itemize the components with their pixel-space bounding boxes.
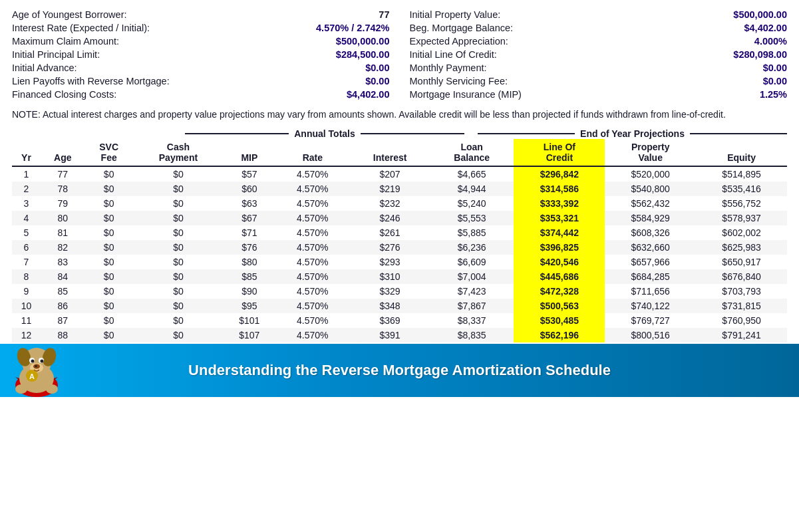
table-cell-7-7: $7,004 (430, 269, 514, 284)
table-cell-7-6: $310 (350, 269, 430, 284)
table-cell-11-2: $0 (85, 328, 133, 342)
info-row-left-3: Initial Principal Limit:$284,500.00 (12, 48, 390, 61)
table-cell-11-7: $8,835 (430, 328, 514, 342)
info-col-left: Age of Youngest Borrower:77Interest Rate… (12, 8, 390, 101)
table-cell-1-1: 78 (41, 182, 85, 196)
info-label: Lien Payoffs with Reverse Mortgage: (12, 76, 170, 86)
table-cell-8-4: $90 (224, 284, 275, 299)
info-row-left-1: Interest Rate (Expected / Initial):4.570… (12, 21, 390, 35)
table-cell-6-10: $650,917 (696, 255, 787, 269)
table-cell-11-4: $107 (224, 328, 275, 342)
col-header-7: LoanBalance (430, 139, 514, 166)
info-label: Expected Appreciation: (410, 36, 508, 47)
table-cell-7-4: $85 (224, 269, 275, 284)
table-cell-7-5: 4.570% (275, 269, 350, 284)
table-cell-1-7: $4,944 (430, 182, 514, 196)
svg-point-9 (41, 360, 44, 363)
col-header-4: MIP (224, 139, 275, 166)
table-cell-10-5: 4.570% (275, 313, 350, 328)
table-cell-7-9: $684,285 (605, 269, 696, 284)
table-cell-6-7: $6,609 (430, 255, 514, 269)
info-label: Initial Principal Limit: (12, 49, 100, 60)
table-cell-1-10: $535,416 (696, 182, 787, 196)
table-cell-0-6: $207 (350, 166, 430, 182)
svg-point-12 (35, 365, 37, 367)
info-row-right-3: Initial Line Of Credit:$280,098.00 (410, 48, 788, 61)
table-row: 278$0$0$604.570%$219$4,944$314,586$540,8… (12, 182, 787, 196)
table-cell-10-1: 87 (41, 313, 85, 328)
table-cell-6-6: $293 (350, 255, 430, 269)
table-cell-5-9: $632,660 (605, 240, 696, 255)
footer-text: Understanding the Reverse Mortgage Amort… (188, 362, 611, 379)
table-row: 1288$0$0$1074.570%$391$8,835$562,196$800… (12, 328, 787, 342)
info-row-right-1: Beg. Mortgage Balance:$4,402.00 (410, 21, 788, 35)
table-cell-5-1: 82 (41, 240, 85, 255)
info-value: $4,402.00 (347, 89, 390, 100)
table-cell-3-0: 4 (12, 211, 41, 225)
table-cell-3-4: $67 (224, 211, 275, 225)
table-cell-3-2: $0 (85, 211, 133, 225)
info-label: Initial Advance: (12, 63, 77, 73)
table-cell-1-0: 2 (12, 182, 41, 196)
table-row: 177$0$0$574.570%$207$4,665$296,842$520,0… (12, 166, 787, 182)
table-cell-4-6: $261 (350, 225, 430, 240)
table-cell-0-3: $0 (133, 166, 224, 182)
info-label: Monthly Servicing Fee: (410, 76, 508, 86)
table-cell-5-4: $76 (224, 240, 275, 255)
table-cell-6-8: $420,546 (514, 255, 605, 269)
col-header-6: Interest (350, 139, 430, 166)
table-cell-9-2: $0 (85, 299, 133, 313)
table-cell-6-5: 4.570% (275, 255, 350, 269)
table-cell-3-1: 80 (41, 211, 85, 225)
info-col-right: Initial Property Value:$500,000.00Beg. M… (410, 8, 788, 101)
table-cell-8-9: $711,656 (605, 284, 696, 299)
col-header-10: Equity (696, 139, 787, 166)
table-cell-10-6: $369 (350, 313, 430, 328)
col-header-8: Line OfCredit (514, 139, 605, 166)
main-container: Age of Youngest Borrower:77Interest Rate… (0, 0, 799, 342)
table-cell-4-7: $5,885 (430, 225, 514, 240)
amortization-table: YrAgeSVCFeeCashPaymentMIPRateInterestLoa… (12, 139, 787, 342)
table-cell-0-9: $520,000 (605, 166, 696, 182)
eoy-header: End of Year Projections (478, 128, 787, 139)
table-cell-1-6: $219 (350, 182, 430, 196)
info-value: $0.00 (365, 63, 389, 73)
table-cell-5-10: $625,983 (696, 240, 787, 255)
table-cell-5-6: $276 (350, 240, 430, 255)
info-value: $0.00 (365, 76, 389, 86)
table-cell-8-3: $0 (133, 284, 224, 299)
table-row: 884$0$0$854.570%$310$7,004$445,686$684,2… (12, 269, 787, 284)
table-cell-0-2: $0 (85, 166, 133, 182)
table-cell-3-5: 4.570% (275, 211, 350, 225)
table-cell-11-10: $791,241 (696, 328, 787, 342)
table-cell-8-6: $329 (350, 284, 430, 299)
info-value: $0.00 (763, 76, 787, 86)
col-header-2: SVCFee (85, 139, 133, 166)
table-cell-7-0: 8 (12, 269, 41, 284)
footer-banner: A Understanding the Reverse Mortgage Amo… (0, 344, 799, 397)
table-cell-9-10: $731,815 (696, 299, 787, 313)
info-value: 1.25% (760, 89, 787, 100)
table-cell-3-8: $353,321 (514, 211, 605, 225)
table-cell-0-10: $514,895 (696, 166, 787, 182)
table-cell-2-9: $562,432 (605, 196, 696, 211)
table-cell-9-4: $95 (224, 299, 275, 313)
table-cell-4-9: $608,326 (605, 225, 696, 240)
table-cell-6-4: $80 (224, 255, 275, 269)
table-cell-2-8: $333,392 (514, 196, 605, 211)
info-row-left-6: Financed Closing Costs:$4,402.00 (12, 88, 390, 101)
table-cell-4-10: $602,002 (696, 225, 787, 240)
info-row-right-0: Initial Property Value:$500,000.00 (410, 8, 788, 21)
table-cell-1-3: $0 (133, 182, 224, 196)
info-label: Beg. Mortgage Balance: (410, 23, 514, 33)
info-label: Monthly Payment: (410, 63, 487, 73)
table-cell-10-0: 11 (12, 313, 41, 328)
table-cell-5-2: $0 (85, 240, 133, 255)
table-cell-9-9: $740,122 (605, 299, 696, 313)
table-cell-4-1: 81 (41, 225, 85, 240)
info-label: Initial Line Of Credit: (410, 49, 497, 60)
table-cell-11-8: $562,196 (514, 328, 605, 342)
table-cell-4-3: $0 (133, 225, 224, 240)
info-value: $0.00 (763, 63, 787, 73)
info-row-left-5: Lien Payoffs with Reverse Mortgage:$0.00 (12, 74, 390, 88)
